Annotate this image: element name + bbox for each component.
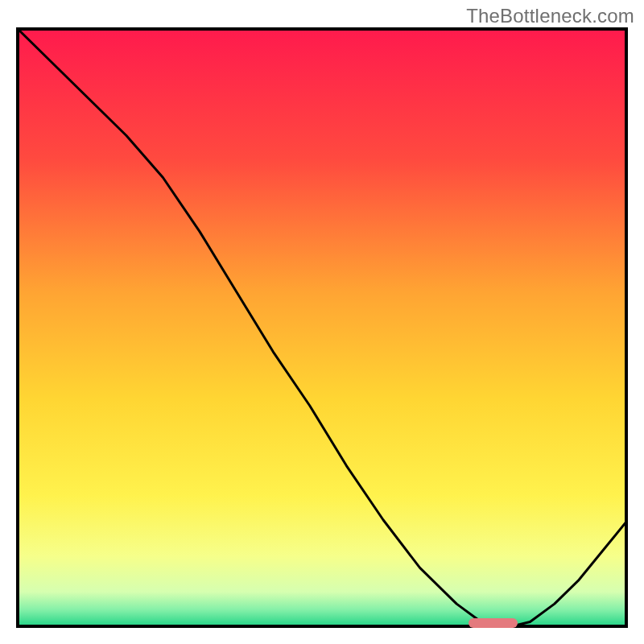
chart-svg [16,27,628,628]
watermark-text: TheBottleneck.com [466,5,634,27]
chart-root: TheBottleneck.com [0,0,644,644]
optimal-marker [469,618,518,628]
plot-area [16,27,628,628]
